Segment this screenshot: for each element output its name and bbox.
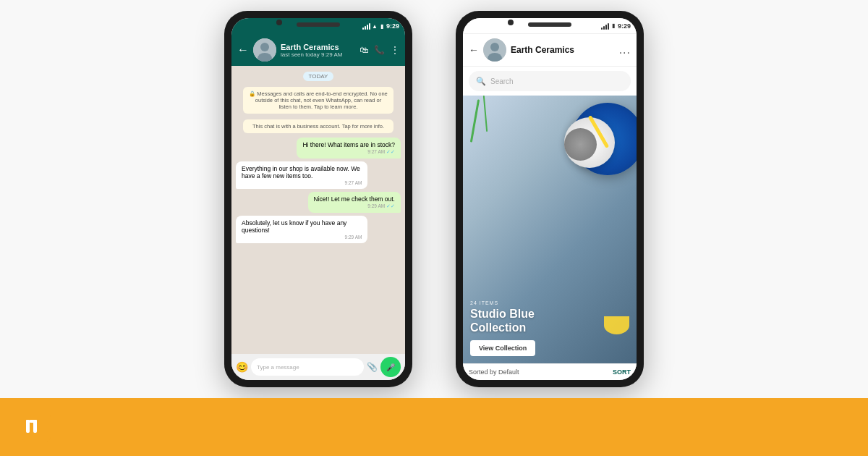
message-received-1: Everything in our shop is available now.… — [236, 161, 367, 189]
items-count: 24 ITEMS — [470, 300, 629, 305]
phone-left-inner: ▲ ▮ 9:29 ← Earth Ceramics last seen t — [231, 18, 405, 380]
time-right: 9:29 — [618, 22, 631, 30]
contact-avatar-right — [483, 38, 506, 62]
mic-button[interactable]: 🎤 — [380, 357, 401, 377]
shop-contact-name: Earth Ceramics — [511, 45, 615, 55]
signal-icons-right — [601, 22, 609, 30]
date-badge: TODAY — [303, 72, 334, 81]
shop-search-bar[interactable]: 🔍 Search — [469, 71, 631, 91]
stem-decoration-1 — [470, 99, 480, 143]
signal-icons-left: ▲ — [362, 22, 378, 30]
collection-title: Studio BlueCollection — [470, 307, 629, 334]
read-check-1: ✓✓ — [386, 149, 395, 154]
svg-rect-10 — [30, 420, 37, 423]
banner-background: 24 ITEMS Studio BlueCollection View Coll… — [463, 96, 637, 363]
contact-avatar-left — [253, 38, 276, 62]
message-time-sent-2: 9:29 AM ✓✓ — [314, 203, 395, 209]
contact-info-left: Earth Ceramics last seen today 9:29 AM — [281, 43, 355, 58]
message-text-sent-1: Hi there! What items are in stock? — [302, 141, 395, 148]
banner-content: 24 ITEMS Studio BlueCollection View Coll… — [470, 300, 629, 356]
wa-header-icons: 🛍 📞 ⋮ — [359, 45, 399, 55]
stem-decoration-2 — [483, 96, 488, 132]
view-collection-button[interactable]: View Collection — [470, 340, 535, 356]
wa-header: ← Earth Ceramics last seen today 9:29 AM… — [231, 34, 405, 66]
attachment-icon[interactable]: 📎 — [367, 362, 378, 372]
plate-gray — [564, 128, 597, 161]
signal-bar-right — [601, 22, 609, 30]
contact-name-left: Earth Ceramics — [281, 43, 355, 51]
phone-right-inner: ▮ 9:29 ← Earth Ceramics ... 🔍 — [463, 18, 637, 380]
shop-header: ← Earth Ceramics ... — [463, 34, 637, 67]
message-time-received-1: 9:27 AM — [242, 180, 362, 185]
wifi-icon-left: ▲ — [372, 23, 378, 30]
more-icon-right[interactable]: ... — [619, 43, 631, 56]
input-placeholder: Type a message — [257, 364, 299, 371]
message-time-received-2: 9:29 AM — [242, 235, 362, 240]
time-left: 9:29 — [386, 22, 399, 30]
signal-bar-left — [362, 22, 370, 30]
svg-point-1 — [260, 43, 269, 51]
svg-point-4 — [490, 43, 499, 51]
bottom-bar — [0, 398, 868, 456]
back-button-right[interactable]: ← — [469, 44, 479, 56]
encryption-notice[interactable]: 🔒 Messages and calls are end-to-end encr… — [243, 87, 393, 114]
message-time-sent-1: 9:27 AM ✓✓ — [302, 149, 395, 155]
mic-icon: 🎤 — [386, 363, 395, 371]
back-button-left[interactable]: ← — [237, 43, 249, 56]
search-placeholder: Search — [490, 77, 514, 85]
message-received-2: Absolutely, let us know if you have any … — [236, 216, 367, 243]
phone-camera-right — [508, 20, 514, 25]
business-notice[interactable]: This chat is with a business account. Ta… — [243, 119, 393, 133]
chat-input-bar: 😊 Type a message 📎 🎤 — [231, 354, 405, 380]
battery-left: ▮ — [380, 23, 383, 30]
phone-speaker-right — [528, 22, 571, 27]
sort-button[interactable]: SORT — [613, 368, 631, 376]
message-text-received-2: Absolutely, let us know if you have any … — [242, 219, 362, 234]
phone-camera — [276, 20, 282, 25]
contact-status-left: last seen today 9:29 AM — [281, 51, 355, 58]
bag-icon[interactable]: 🛍 — [359, 45, 368, 55]
battery-right: ▮ — [612, 22, 615, 29]
logo-icon — [22, 413, 51, 442]
message-text-received-1: Everything in our shop is available now.… — [242, 165, 362, 180]
collection-banner: 24 ITEMS Studio BlueCollection View Coll… — [463, 96, 637, 363]
phones-area: ▲ ▮ 9:29 ← Earth Ceramics last seen t — [0, 0, 868, 398]
message-input[interactable]: Type a message — [251, 358, 364, 376]
phone-right: ▮ 9:29 ← Earth Ceramics ... 🔍 — [456, 11, 644, 387]
chat-area: TODAY 🔒 Messages and calls are end-to-en… — [231, 66, 405, 354]
more-icon-left[interactable]: ⋮ — [391, 45, 399, 55]
read-check-2: ✓✓ — [386, 203, 395, 208]
phone-left: ▲ ▮ 9:29 ← Earth Ceramics last seen t — [224, 11, 412, 387]
message-text-sent-2: Nice!! Let me check them out. — [314, 195, 395, 203]
message-sent-1: Hi there! What items are in stock? 9:27 … — [297, 138, 401, 159]
search-icon: 🔍 — [476, 77, 486, 86]
sorted-label: Sorted by Default — [469, 368, 519, 376]
svg-rect-9 — [26, 420, 30, 423]
sorted-bar: Sorted by Default SORT — [463, 363, 637, 380]
call-icon[interactable]: 📞 — [374, 45, 385, 55]
emoji-icon[interactable]: 😊 — [236, 361, 248, 373]
message-sent-2: Nice!! Let me check them out. 9:29 AM ✓✓ — [308, 192, 401, 213]
phone-speaker — [297, 22, 340, 27]
